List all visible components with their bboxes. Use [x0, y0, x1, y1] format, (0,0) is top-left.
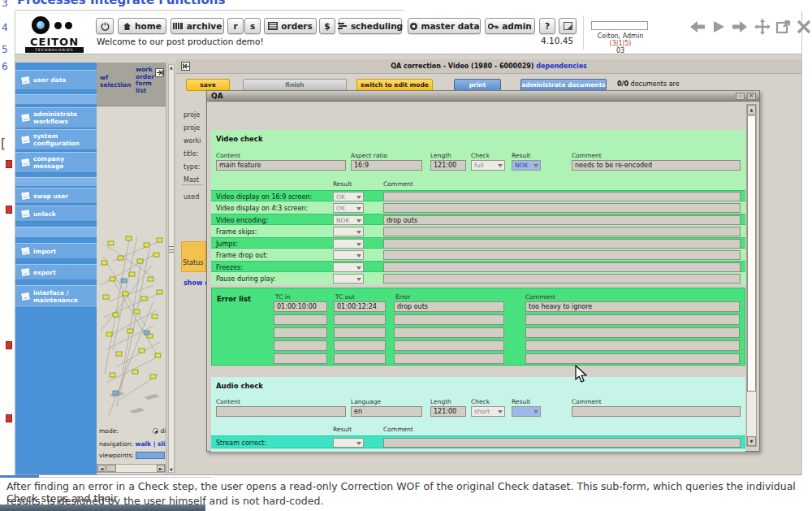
- comment-input[interactable]: [383, 250, 741, 260]
- help-button[interactable]: ?: [539, 18, 555, 34]
- pane-collapse-button[interactable]: [181, 62, 190, 71]
- scrollbar-thumb[interactable]: [747, 115, 756, 392]
- console-button[interactable]: [559, 18, 577, 34]
- home-button[interactable]: home: [118, 18, 166, 34]
- scroll-right-icon[interactable]: ►: [157, 465, 165, 472]
- sidebar-item-user-data[interactable]: user data: [15, 70, 97, 90]
- s-button[interactable]: s: [244, 18, 261, 34]
- horizontal-scrollbar[interactable]: ◄ ►: [97, 464, 166, 473]
- check-dropdown[interactable]: full: [471, 160, 505, 171]
- result-dropdown[interactable]: [333, 227, 364, 236]
- scroll-up-icon[interactable]: ▲: [168, 65, 175, 70]
- result-dropdown[interactable]: [333, 262, 364, 272]
- comment-input[interactable]: [525, 327, 740, 338]
- save-button[interactable]: save: [186, 79, 230, 91]
- user-search-input[interactable]: [591, 21, 648, 30]
- move-icon[interactable]: [754, 18, 771, 39]
- sidebar-item-unlock[interactable]: unlock: [15, 206, 97, 222]
- pane-expand-button[interactable]: [155, 68, 164, 77]
- navigation-links[interactable]: walk | sli: [136, 440, 166, 448]
- result-dropdown[interactable]: NOK: [512, 160, 541, 171]
- scroll-down-icon[interactable]: ▼: [747, 436, 756, 446]
- tc-in-input[interactable]: [274, 340, 327, 351]
- comment-input[interactable]: [572, 406, 741, 417]
- sidebar-item-administrate-workflows[interactable]: administrate workflows: [15, 107, 97, 128]
- close-icon[interactable]: [796, 19, 812, 38]
- comment-input[interactable]: [525, 301, 740, 312]
- back-arrow-icon[interactable]: [688, 19, 707, 38]
- comment-input[interactable]: [383, 438, 741, 448]
- tc-in-input[interactable]: [274, 301, 327, 312]
- scrollbar-track[interactable]: [168, 64, 175, 473]
- comment-input[interactable]: [383, 274, 741, 284]
- mode-radio[interactable]: [153, 428, 158, 434]
- content-input[interactable]: [216, 160, 346, 171]
- result-dropdown[interactable]: [333, 438, 364, 448]
- error-input[interactable]: [394, 340, 504, 351]
- archive-button[interactable]: archive: [171, 18, 224, 34]
- finish-button[interactable]: finish: [243, 79, 347, 91]
- comment-input[interactable]: [383, 227, 741, 236]
- scheduling-button[interactable]: scheduling: [339, 18, 402, 34]
- scroll-up-icon[interactable]: ▲: [747, 105, 756, 115]
- minimize-icon[interactable]: –: [736, 93, 745, 100]
- sidebar-item-interface-maintenance[interactable]: interface / maintenance: [15, 285, 97, 308]
- scrollbar-grip[interactable]: [169, 246, 174, 253]
- pane-vertical-scrollbar[interactable]: ▲ ▼: [166, 63, 176, 474]
- sidebar-item-swap-user[interactable]: swap user: [15, 188, 97, 204]
- comment-input[interactable]: [383, 262, 741, 272]
- comment-input[interactable]: [383, 192, 741, 201]
- result-dropdown[interactable]: [333, 239, 364, 249]
- administrate-documents-button[interactable]: administrate documents: [520, 79, 607, 91]
- language-input[interactable]: [351, 406, 422, 417]
- comment-input[interactable]: [525, 314, 740, 325]
- result-dropdown[interactable]: [512, 406, 541, 417]
- tc-out-input[interactable]: [334, 340, 386, 351]
- tc-in-input[interactable]: [274, 327, 327, 338]
- switch-edit-mode-button[interactable]: switch to edit mode: [356, 79, 433, 91]
- check-dropdown[interactable]: short: [471, 406, 505, 417]
- tc-out-input[interactable]: [334, 301, 386, 312]
- result-dropdown[interactable]: [333, 274, 364, 284]
- result-dropdown[interactable]: OK: [333, 203, 364, 213]
- comment-input[interactable]: [383, 203, 741, 213]
- viewpoints-dropdown[interactable]: [136, 452, 165, 459]
- external-link-icon[interactable]: [775, 19, 792, 38]
- result-dropdown[interactable]: OK: [333, 192, 364, 201]
- sidebar-item-system-configuration[interactable]: system configuration: [15, 129, 97, 150]
- admin-button[interactable]: admin: [485, 18, 535, 34]
- master-data-button[interactable]: master data: [408, 18, 481, 34]
- error-input[interactable]: [394, 314, 504, 325]
- tc-in-input[interactable]: [274, 314, 327, 325]
- scroll-left-icon[interactable]: ◄: [97, 465, 106, 472]
- aspect-ratio-input[interactable]: [351, 160, 422, 171]
- sidebar-item-export[interactable]: export: [15, 264, 97, 280]
- dependencies-link[interactable]: dependencies: [536, 63, 587, 70]
- orders-button[interactable]: orders: [264, 18, 317, 34]
- dialog-titlebar[interactable]: QA – ✕: [207, 91, 759, 102]
- tc-out-input[interactable]: [334, 327, 386, 338]
- content-input[interactable]: [216, 406, 346, 417]
- sidebar-item-company-message[interactable]: company message: [15, 152, 97, 173]
- error-input[interactable]: [394, 353, 504, 364]
- length-input[interactable]: [430, 160, 466, 171]
- r-button[interactable]: r: [227, 18, 244, 34]
- show-link[interactable]: show c: [184, 279, 209, 287]
- print-button[interactable]: print: [454, 79, 501, 91]
- tc-out-input[interactable]: [334, 353, 386, 364]
- scroll-down-icon[interactable]: ▼: [168, 467, 175, 472]
- comment-input[interactable]: [383, 239, 741, 249]
- tab-wf-selection[interactable]: wf selection: [100, 75, 134, 89]
- dollar-button[interactable]: $: [319, 18, 335, 34]
- dialog-scrollbar[interactable]: ▲ ▼: [746, 104, 757, 447]
- tc-in-input[interactable]: [274, 353, 327, 364]
- sidebar-item-import[interactable]: import: [15, 243, 97, 259]
- play-icon[interactable]: [711, 19, 726, 38]
- result-dropdown[interactable]: NOK: [333, 215, 364, 225]
- comment-input[interactable]: [383, 215, 741, 225]
- close-icon[interactable]: ✕: [747, 93, 756, 100]
- tc-out-input[interactable]: [334, 314, 386, 325]
- comment-input[interactable]: [525, 340, 740, 351]
- forward-arrow-icon[interactable]: [730, 19, 749, 38]
- error-input[interactable]: [394, 301, 504, 312]
